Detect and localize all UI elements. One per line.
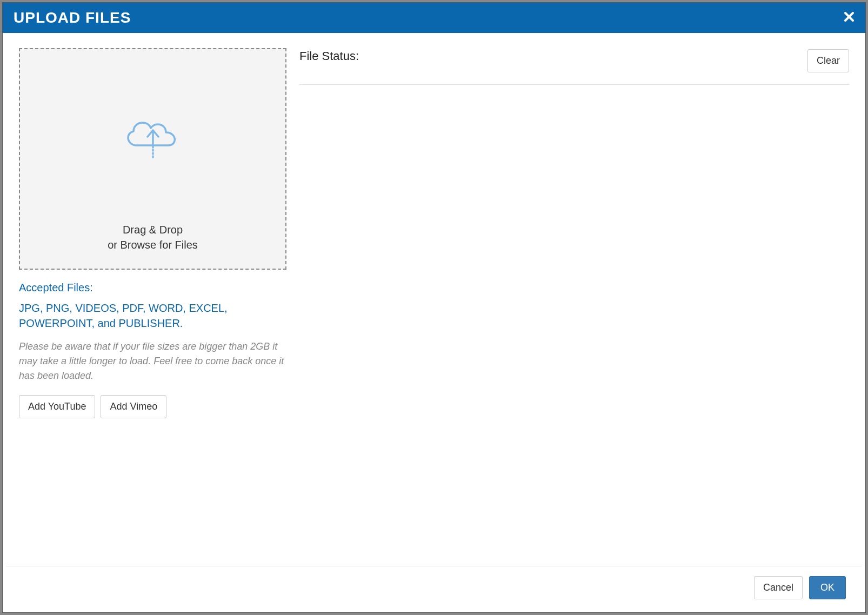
close-icon[interactable] bbox=[844, 11, 854, 24]
modal-title: UPLOAD FILES bbox=[14, 9, 131, 26]
left-panel: Drag & Drop or Browse for Files Accepted… bbox=[19, 48, 286, 555]
add-youtube-button[interactable]: Add YouTube bbox=[19, 395, 95, 418]
cancel-button[interactable]: Cancel bbox=[754, 576, 803, 599]
right-panel: File Status: Clear bbox=[299, 48, 849, 555]
ok-button[interactable]: OK bbox=[809, 576, 846, 599]
file-status-row: File Status: Clear bbox=[299, 49, 849, 85]
dropzone-line1: Drag & Drop bbox=[108, 222, 198, 237]
modal-footer: Cancel OK bbox=[6, 566, 862, 612]
add-vimeo-button[interactable]: Add Vimeo bbox=[101, 395, 166, 418]
clear-button[interactable]: Clear bbox=[807, 49, 849, 72]
cloud-upload-icon bbox=[121, 114, 185, 168]
video-buttons: Add YouTube Add Vimeo bbox=[19, 395, 286, 418]
accepted-files-list: JPG, PNG, VIDEOS, PDF, WORD, EXCEL, POWE… bbox=[19, 300, 286, 331]
dropzone-text: Drag & Drop or Browse for Files bbox=[108, 222, 198, 252]
dropzone[interactable]: Drag & Drop or Browse for Files bbox=[19, 48, 286, 270]
modal-body: Drag & Drop or Browse for Files Accepted… bbox=[3, 33, 865, 566]
dropzone-line2: or Browse for Files bbox=[108, 237, 198, 252]
size-note: Please be aware that if your file sizes … bbox=[19, 339, 286, 383]
file-status-label: File Status: bbox=[299, 49, 359, 63]
accepted-files-label: Accepted Files: bbox=[19, 282, 286, 294]
modal-header: UPLOAD FILES bbox=[3, 3, 865, 33]
upload-files-modal: UPLOAD FILES Drag & Drop or Browse for F bbox=[2, 2, 866, 613]
